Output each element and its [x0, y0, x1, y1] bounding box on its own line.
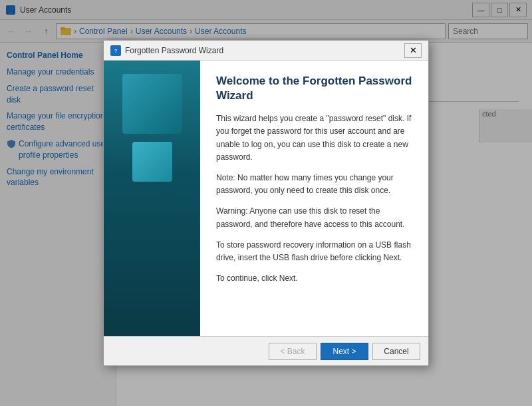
- next-button[interactable]: Next >: [321, 343, 368, 360]
- svg-text:?: ?: [114, 48, 118, 54]
- cancel-button[interactable]: Cancel: [372, 343, 420, 360]
- modal-overlay: ? Forgotten Password Wizard ✕ Welcome to…: [0, 0, 532, 406]
- wizard-paragraph-2: Note: No matter how many times you chang…: [216, 172, 412, 197]
- wizard-graphic-top: [122, 74, 182, 134]
- dialog-title: Forgotten Password Wizard: [125, 46, 404, 55]
- back-button[interactable]: < Back: [269, 343, 317, 360]
- wizard-paragraph-3: Warning: Anyone can use this disk to res…: [216, 205, 412, 230]
- wizard-paragraph-4: To store password recovery information o…: [216, 239, 412, 264]
- dialog-title-bar: ? Forgotten Password Wizard ✕: [104, 41, 428, 61]
- dialog-close-button[interactable]: ✕: [404, 43, 422, 58]
- dialog-icon: ?: [110, 45, 121, 56]
- wizard-right-panel: Welcome to the Forgotten Password Wizard…: [200, 61, 428, 336]
- forgotten-password-dialog: ? Forgotten Password Wizard ✕ Welcome to…: [103, 40, 429, 366]
- wizard-heading: Welcome to the Forgotten Password Wizard: [216, 74, 412, 103]
- wizard-paragraph-1: This wizard helps you create a "password…: [216, 112, 412, 164]
- wizard-graphic-bottom: [132, 142, 172, 182]
- dialog-footer: < Back Next > Cancel: [104, 336, 428, 365]
- dialog-body: Welcome to the Forgotten Password Wizard…: [104, 61, 428, 336]
- wizard-left-panel: [104, 61, 200, 336]
- wizard-paragraph-5: To continue, click Next.: [216, 272, 412, 285]
